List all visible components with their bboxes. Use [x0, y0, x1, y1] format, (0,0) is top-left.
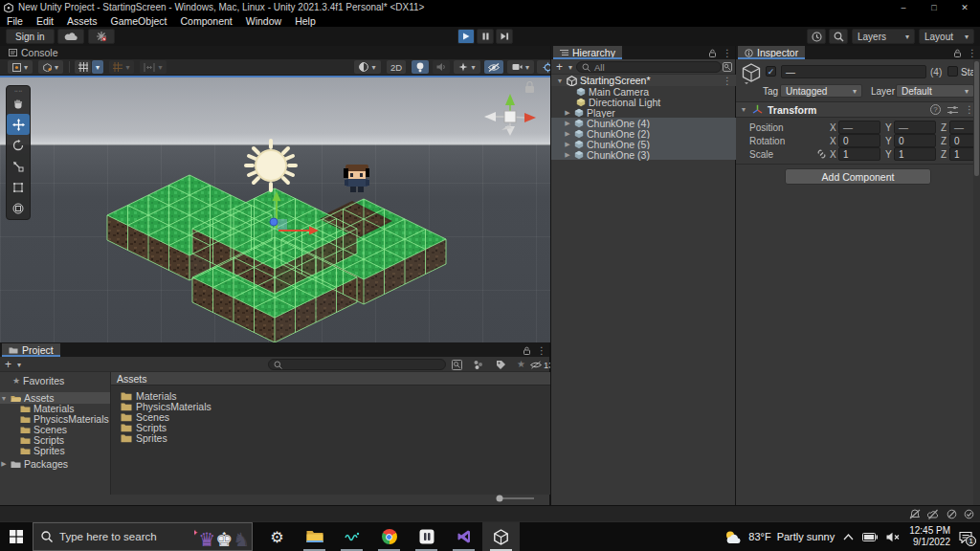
panel-menu-icon[interactable]: ⋮ [968, 48, 977, 58]
tool-scale-button[interactable] [7, 156, 30, 177]
add-component-button[interactable]: Add Component [785, 168, 931, 185]
rotation-y-field[interactable]: 0 [894, 134, 936, 147]
object-name-field[interactable]: — [781, 65, 926, 78]
tool-transform-button[interactable] [7, 198, 30, 219]
lock-icon[interactable] [953, 49, 962, 57]
tool-handle-rotation-button[interactable]: ▾ [38, 60, 63, 74]
menu-component[interactable]: Component [173, 14, 238, 27]
thumbnail-size-slider[interactable] [494, 495, 536, 502]
tasks-ok-icon[interactable] [964, 509, 974, 519]
lock-icon[interactable] [523, 346, 531, 355]
tool-hand-button[interactable] [7, 93, 30, 114]
panel-menu-icon[interactable]: ⋮ [537, 345, 546, 356]
overlay-grip[interactable]: ⠤⠤ [7, 86, 30, 93]
tag-dropdown[interactable]: Untagged ▾ [780, 84, 862, 98]
step-button[interactable] [496, 29, 513, 44]
mode-2d-button[interactable]: 2D [387, 60, 406, 74]
snap-settings-button[interactable]: ▾ [140, 60, 167, 74]
hierarchy-scene-row[interactable]: ▼ StartingScreen* ⋮ [551, 75, 737, 86]
create-object-button[interactable]: + [556, 60, 563, 74]
chevron-down-icon[interactable]: ▾ [568, 63, 572, 72]
notifications-muted-icon[interactable] [909, 509, 921, 519]
grid-snapping-button[interactable] [75, 60, 91, 74]
active-checkbox[interactable]: ✓ [766, 66, 776, 77]
tool-handle-pivot-button[interactable]: ▾ [8, 60, 33, 74]
scene-viewport[interactable]: ⠤⠤ [0, 76, 550, 342]
sign-in-button[interactable]: Sign in [6, 29, 55, 44]
grid-snapping-dropdown[interactable]: ▾ [92, 60, 103, 74]
position-z-field[interactable]: — [949, 121, 976, 134]
expand-icon[interactable]: ▼ [556, 77, 564, 84]
notification-center[interactable]: 1 [959, 531, 972, 543]
tool-rect-button[interactable] [7, 177, 30, 198]
menu-file[interactable]: File [0, 14, 30, 27]
expand-icon[interactable]: ▶ [564, 130, 571, 138]
scene-visibility-button[interactable] [484, 60, 503, 74]
taskbar-app-teal[interactable] [333, 522, 370, 551]
cloud-sync-icon[interactable] [927, 509, 939, 519]
label-filter-icon[interactable] [496, 360, 506, 370]
cloud-services-button[interactable] [57, 29, 84, 44]
layout-dropdown[interactable]: Layout ▾ [919, 29, 974, 44]
position-x-field[interactable]: — [838, 121, 880, 134]
tool-move-button[interactable] [7, 114, 30, 135]
assets-breadcrumb[interactable]: Assets [111, 372, 550, 386]
player-sprite[interactable] [344, 165, 369, 192]
layer-dropdown[interactable]: Default ▾ [896, 84, 974, 98]
open-search-window-icon[interactable] [452, 360, 462, 370]
taskbar-search-input[interactable]: Type here to search ✦ ♛ ♚ ♞ [33, 522, 253, 551]
rotation-z-field[interactable]: 0 [949, 134, 976, 147]
packages-visibility-icon[interactable] [473, 360, 483, 370]
taskbar-app-window[interactable] [408, 522, 445, 551]
scene-canvas[interactable] [0, 77, 550, 342]
tab-inspector[interactable]: Inspector [738, 46, 805, 59]
taskbar-chrome[interactable] [370, 522, 408, 551]
sun-sprite[interactable] [246, 141, 296, 190]
panel-menu-icon[interactable]: ⋮ [723, 48, 732, 58]
position-y-field[interactable]: — [894, 121, 936, 134]
project-favorites[interactable]: ★ Favorites [0, 375, 110, 386]
expand-icon[interactable]: ▶ [564, 120, 571, 127]
expand-icon[interactable]: ▶ [564, 141, 571, 148]
lock-icon[interactable] [708, 49, 717, 57]
effects-dropdown[interactable]: ▾ [454, 60, 480, 74]
project-search-input[interactable] [268, 359, 446, 370]
tab-console[interactable]: Console [2, 46, 550, 59]
refresh-disabled-icon[interactable] [947, 509, 957, 519]
scale-z-field[interactable]: 1 [949, 147, 976, 161]
lock-icon[interactable] [525, 82, 534, 94]
tab-hierarchy[interactable]: Hierarchy [553, 46, 622, 59]
weather-widget[interactable]: 83°F Partly sunny [724, 530, 835, 544]
draw-mode-dropdown[interactable]: ▾ [354, 60, 381, 74]
taskbar-settings[interactable]: ⚙ [258, 522, 296, 551]
taskbar-clock[interactable]: 12:45 PM 9/1/2022 [909, 525, 950, 548]
menu-gameobject[interactable]: GameObject [104, 14, 174, 27]
expand-icon[interactable]: ▼ [0, 395, 8, 402]
close-button[interactable]: ✕ [949, 0, 980, 14]
hierarchy-item-main-camera[interactable]: Main Camera [551, 86, 737, 97]
expand-icon[interactable]: ▶ [564, 109, 571, 117]
hierarchy-search-input[interactable]: All [576, 61, 722, 73]
search-by-type-icon[interactable] [723, 62, 732, 72]
play-button[interactable] [457, 29, 475, 44]
menu-window[interactable]: Window [239, 14, 288, 27]
maximize-button[interactable]: □ [919, 0, 949, 14]
hierarchy-item-chunkone-5[interactable]: ▶ ChunkOne (5) [551, 139, 737, 149]
hierarchy-item-chunkone-3[interactable]: ▶ ChunkOne (3) [551, 149, 737, 160]
asset-folder-sprites[interactable]: Sprites [121, 432, 167, 444]
expand-icon[interactable]: ▶ [0, 460, 8, 468]
menu-assets[interactable]: Assets [60, 14, 104, 27]
help-icon[interactable]: ? [930, 104, 941, 115]
start-button[interactable] [0, 522, 33, 551]
hierarchy-item-directional-light[interactable]: Directional Light [551, 97, 737, 107]
taskbar-unity[interactable] [482, 522, 520, 551]
menu-edit[interactable]: Edit [30, 14, 60, 27]
camera-settings-dropdown[interactable]: ▾ [507, 60, 534, 74]
create-asset-button[interactable]: + [5, 358, 11, 371]
collab-button[interactable] [88, 29, 115, 44]
link-scale-icon[interactable] [816, 149, 827, 159]
search-everywhere-button[interactable] [829, 29, 848, 44]
scene-menu-icon[interactable]: ⋮ [723, 76, 732, 86]
scene-audio-button[interactable] [433, 60, 450, 74]
hierarchy-item-chunkone-4[interactable]: ▶ ChunkOne (4) [551, 118, 737, 128]
